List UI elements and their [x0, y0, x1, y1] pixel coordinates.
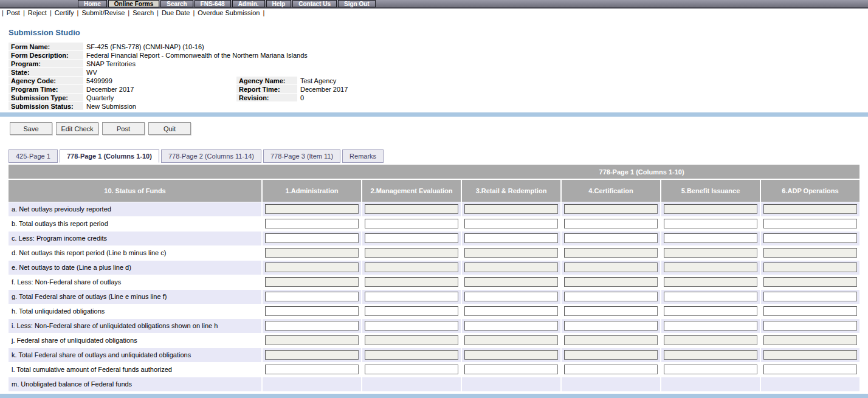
amount-input-c-col6[interactable]	[763, 233, 857, 243]
form-actions-menu: |Post|Reject|Certify|Submit/Revise|Searc…	[0, 9, 868, 17]
amount-input-h-col5[interactable]	[664, 306, 757, 316]
amount-input-g-col2[interactable]	[365, 292, 458, 301]
row-label-h: h. Total unliquidated obligations	[9, 304, 261, 318]
data-cell-g-col1	[263, 290, 361, 304]
data-cell-f-col2	[362, 275, 461, 289]
table-row-d: d. Net outlays this report period (Line …	[9, 246, 859, 260]
data-cell-j-col5	[661, 334, 760, 348]
amount-input-a-col3	[464, 204, 558, 214]
amount-input-b-col6[interactable]	[763, 219, 857, 228]
amount-input-l-col1[interactable]	[265, 365, 359, 374]
data-cell-l-col4	[562, 363, 660, 377]
amount-input-g-col5[interactable]	[664, 292, 757, 301]
amount-input-e-col4	[564, 262, 658, 272]
amount-input-k-col2	[365, 350, 458, 360]
amount-input-h-col6[interactable]	[763, 306, 857, 316]
data-cell-d-col1	[263, 246, 361, 260]
menu-due-date[interactable]: Due Date	[162, 9, 190, 16]
amount-input-i-col4[interactable]	[564, 321, 658, 331]
nav-fns-648[interactable]: FNS-648	[195, 0, 231, 7]
amount-input-b-col2[interactable]	[365, 219, 458, 228]
amount-input-c-col3[interactable]	[464, 233, 558, 243]
amount-input-h-col1[interactable]	[265, 306, 359, 316]
data-cell-h-col5	[661, 304, 760, 318]
amount-input-i-col2[interactable]	[365, 321, 458, 331]
nav-sign-out[interactable]: Sign Out	[338, 0, 376, 7]
amount-input-g-col3[interactable]	[464, 292, 558, 301]
row-label-k: k. Total Federal share of outlays and un…	[9, 348, 261, 362]
amount-input-g-col6[interactable]	[763, 292, 857, 301]
info-label-program-time: Program Time:	[9, 85, 83, 94]
amount-input-c-col1[interactable]	[265, 233, 359, 243]
amount-input-l-col2[interactable]	[365, 365, 458, 374]
data-cell-i-col4	[562, 319, 660, 333]
info-value-agency-name: Test Agency	[297, 77, 336, 85]
quit-button[interactable]: Quit	[148, 122, 191, 135]
nav-admin[interactable]: Admin.	[232, 0, 265, 7]
info-value-submission-status: New Submission	[83, 102, 136, 111]
amount-input-l-col6[interactable]	[763, 365, 857, 374]
amount-input-i-col3[interactable]	[464, 321, 558, 331]
amount-input-i-col6[interactable]	[763, 321, 857, 331]
tab-remarks[interactable]: Remarks	[342, 149, 384, 163]
data-cell-k-col4	[562, 348, 660, 362]
menu-submit-revise[interactable]: Submit/Revise	[81, 9, 125, 16]
amount-input-d-col6	[763, 248, 857, 258]
row-label-g: g. Total Federal share of outlays (Line …	[9, 290, 261, 304]
amount-input-c-col5[interactable]	[664, 233, 757, 243]
amount-input-i-col1[interactable]	[265, 321, 359, 331]
form-info-panel: Form Name:SF-425 (FNS-778) (CNMI-NAP) (1…	[9, 43, 868, 111]
column-header-2-management-evaluation: 2.Management Evaluation	[362, 180, 461, 202]
nav-search[interactable]: Search	[160, 0, 193, 7]
data-cell-k-col1	[263, 348, 361, 362]
post-button[interactable]: Post	[102, 122, 145, 135]
amount-input-c-col4[interactable]	[564, 233, 658, 243]
data-cell-c-col3	[462, 232, 560, 245]
data-cell-g-col3	[462, 290, 560, 304]
amount-input-l-col5[interactable]	[664, 365, 757, 374]
tab-778-page-1-columns-1-10[interactable]: 778-Page 1 (Columns 1-10)	[60, 149, 159, 163]
table-row-l: l. Total cumulative amount of Federal fu…	[9, 363, 859, 377]
tab-778-page-2-columns-11-14[interactable]: 778-Page 2 (Columns 11-14)	[161, 149, 261, 163]
data-cell-j-col2	[362, 334, 461, 348]
grid-header-row: 10. Status of Funds1.Administration2.Man…	[9, 180, 859, 202]
amount-input-c-col2[interactable]	[365, 233, 458, 243]
menu-reject[interactable]: Reject	[28, 9, 47, 16]
tab-778-page-3-item-11[interactable]: 778-Page 3 (Item 11)	[263, 149, 340, 163]
edit-check-button[interactable]: Edit Check	[56, 122, 98, 135]
menu-overdue-submission[interactable]: Overdue Submission	[198, 9, 260, 16]
nav-home[interactable]: Home	[78, 0, 107, 7]
info-label-program: Program:	[9, 60, 83, 68]
menu-post[interactable]: Post	[7, 9, 20, 16]
amount-input-b-col1[interactable]	[265, 219, 359, 228]
nav-help[interactable]: Help	[266, 0, 292, 7]
tab-425-page-1[interactable]: 425-Page 1	[9, 149, 58, 163]
amount-input-h-col2[interactable]	[365, 306, 458, 316]
row-label-m: m. Unobligated balance of Federal funds	[9, 377, 261, 391]
status-of-funds-table: 778-Page 1 (Columns 1-10) 10. Status of …	[9, 165, 859, 391]
data-cell-d-col3	[462, 246, 560, 260]
menu-certify[interactable]: Certify	[55, 9, 74, 16]
amount-input-i-col5[interactable]	[664, 321, 757, 331]
amount-input-g-col4[interactable]	[564, 292, 658, 301]
nav-contact-us[interactable]: Contact Us	[292, 0, 337, 7]
amount-input-g-col1[interactable]	[265, 292, 359, 301]
amount-input-l-col3[interactable]	[464, 365, 558, 374]
data-cell-e-col2	[362, 261, 461, 275]
info-label-form-name: Form Name:	[9, 43, 83, 51]
amount-input-b-col4[interactable]	[564, 219, 658, 228]
save-button[interactable]: Save	[10, 122, 52, 135]
divider-bar-top	[0, 112, 868, 117]
amount-input-f-col3	[464, 277, 558, 287]
menu-search[interactable]: Search	[133, 9, 154, 16]
nav-online-forms[interactable]: Online Forms	[108, 0, 159, 7]
data-cell-l-col3	[462, 363, 560, 377]
menu-separator: |	[193, 9, 195, 16]
amount-input-h-col3[interactable]	[464, 306, 558, 316]
amount-input-b-col3[interactable]	[464, 219, 558, 228]
amount-input-l-col4[interactable]	[564, 365, 658, 374]
amount-input-h-col4[interactable]	[564, 306, 658, 316]
amount-input-b-col5[interactable]	[664, 219, 757, 228]
data-cell-f-col5	[661, 275, 760, 289]
data-cell-i-col2	[362, 319, 461, 333]
